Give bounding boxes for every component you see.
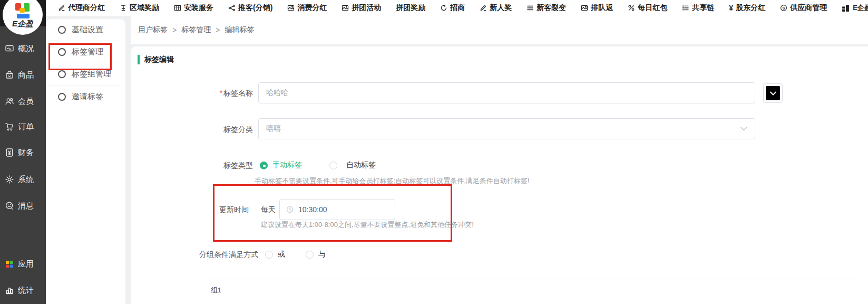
- breadcrumb-item-user-tags[interactable]: 用户标签: [138, 25, 168, 35]
- top-menu-label: 消费分红: [297, 3, 327, 13]
- top-menu-item-promoter[interactable]: 推客(分销): [228, 3, 272, 13]
- update-time-prefix: 每天: [261, 205, 276, 215]
- top-menu-label: 拼团活动: [352, 3, 381, 13]
- sidebar-item-label: 商品: [18, 70, 34, 80]
- group-title: 组1: [211, 286, 221, 295]
- sidebar-item-apps[interactable]: 应用: [0, 259, 46, 269]
- top-menu-item-eqy-service[interactable]: E企盈服务: [842, 3, 868, 13]
- top-menu-label: 供应商管理: [790, 3, 827, 13]
- overview-icon: [5, 44, 14, 53]
- recycle-icon: [440, 4, 447, 12]
- circle-bullet-icon: [58, 70, 66, 78]
- radio-or[interactable]: [265, 251, 273, 259]
- brand-logo[interactable]: E企盈: [3, 0, 43, 35]
- update-time-value: 10:30:00: [298, 205, 327, 214]
- top-menu-label: 推客(分销): [238, 3, 272, 13]
- sidebar-item-label: 应用: [18, 259, 34, 269]
- top-menu-item-share-chain[interactable]: 共享链: [682, 3, 714, 13]
- top-menu-item-region-reward[interactable]: 区域奖励: [120, 3, 159, 13]
- svg-text:S: S: [783, 6, 785, 11]
- top-menu-label: E企盈服务: [853, 3, 868, 13]
- top-menu-label: 共享链: [692, 3, 714, 13]
- radio-or-label[interactable]: 或: [278, 250, 285, 259]
- top-menu-label: 股东分红: [736, 3, 765, 13]
- update-time-input[interactable]: 10:30:00: [279, 199, 395, 220]
- top-menu-item-new-customer[interactable]: 新客裂变: [526, 3, 566, 13]
- top-menu-item-queue-return[interactable]: 排队返: [581, 3, 613, 13]
- tag-name-input[interactable]: [258, 82, 755, 103]
- top-menu-label: 区域奖励: [130, 3, 159, 13]
- goods-icon: [5, 70, 14, 80]
- radio-and-label[interactable]: 与: [318, 250, 326, 259]
- sub-sidebar-item-invite-tags[interactable]: 邀请标签: [46, 86, 121, 108]
- sub-sidebar-item-basic-settings[interactable]: 基础设置: [46, 19, 121, 41]
- breadcrumb-item-edit-tag: 编辑标签: [225, 25, 254, 35]
- sub-sidebar-label: 标签组管理: [72, 69, 111, 79]
- sidebar-item-system[interactable]: 系统: [0, 174, 46, 185]
- radio-manual-tag[interactable]: [260, 162, 268, 169]
- sidebar-item-overview[interactable]: 概况: [0, 43, 46, 54]
- section-accent-bar: [138, 55, 140, 64]
- signature-pen-icon: [480, 4, 487, 12]
- required-mark: *: [220, 89, 222, 97]
- system-gear-icon: [5, 175, 14, 184]
- radio-manual-tag-label[interactable]: 手动标签: [272, 160, 302, 170]
- sidebar-item-label: 概况: [18, 44, 34, 54]
- sidebar-item-goods[interactable]: 商品: [0, 70, 46, 80]
- update-time-help-text: 建议设置在每天1:00-8:00之间,尽量不要设置整点,避免和其他任务冲突!: [261, 220, 474, 230]
- chevron-down-icon: [770, 91, 776, 96]
- breadcrumb-separator: >: [172, 26, 177, 34]
- top-menu-label: 每日红包: [638, 3, 667, 13]
- sidebar-item-orders[interactable]: 订单: [0, 121, 46, 132]
- sidebar-item-finance[interactable]: 财务: [0, 147, 46, 158]
- image-icon: [342, 4, 349, 12]
- top-menu-item-shareholder-bonus[interactable]: ¥ 股东分红: [729, 3, 765, 13]
- sub-sidebar-label: 标签管理: [72, 47, 103, 57]
- tag-category-value: 嘻嘻: [266, 124, 281, 134]
- top-menu-item-newcomer-award[interactable]: 新人奖: [480, 3, 512, 13]
- messages-icon: [5, 201, 14, 211]
- dropdown-black-button[interactable]: [766, 86, 780, 100]
- top-menu-item-group-reward[interactable]: 拼团奖励: [396, 3, 425, 13]
- sidebar-item-stats[interactable]: 统计: [0, 285, 46, 296]
- circle-bullet-icon: [58, 93, 66, 101]
- dashboard-bars-icon: [842, 4, 850, 12]
- breadcrumb: 用户标签 > 标签管理 > 编辑标签: [131, 16, 868, 44]
- tag-type-radio-group: 手动标签 自动标签: [260, 160, 376, 170]
- sidebar-item-label: 系统: [18, 175, 34, 185]
- sidebar-item-members[interactable]: 会员: [0, 96, 46, 107]
- breadcrumb-separator: >: [216, 26, 220, 34]
- group-mode-label: 分组条件满足方式: [179, 250, 258, 260]
- sub-sidebar-item-tag-group-management[interactable]: 标签组管理: [46, 63, 121, 86]
- top-menu-item-daily-redpacket[interactable]: 每日红包: [628, 3, 667, 13]
- top-menu-item-agent-bonus[interactable]: 代理商分红: [58, 3, 105, 13]
- breadcrumb-item-tag-management[interactable]: 标签管理: [181, 25, 211, 35]
- sidebar-item-messages[interactable]: 消息: [0, 201, 46, 211]
- stats-chart-icon: [5, 286, 14, 295]
- signature-pen-icon: [58, 4, 65, 12]
- orders-icon: [5, 122, 14, 131]
- trophy-icon: [120, 4, 127, 12]
- chevron-down-icon: [740, 127, 747, 131]
- s-circle-icon: S: [780, 4, 787, 12]
- brand-logo-text: E企盈: [3, 19, 43, 29]
- image-icon: [581, 4, 588, 12]
- clock-icon: [286, 206, 294, 213]
- sub-sidebar-label: 邀请标签: [72, 92, 103, 102]
- top-menu-item-supplier-mgmt[interactable]: S 供应商管理: [780, 3, 827, 13]
- top-menu-item-investment[interactable]: 招商: [440, 3, 465, 13]
- radio-auto-tag-label[interactable]: 自动标签: [346, 160, 376, 170]
- share-icon: [228, 4, 236, 12]
- brand-logo-icon: [14, 3, 31, 19]
- top-menu-item-group-activity[interactable]: 拼团活动: [342, 3, 381, 13]
- tag-name-dropdown-button[interactable]: [763, 83, 783, 103]
- radio-auto-tag[interactable]: [329, 162, 337, 169]
- radio-and[interactable]: [306, 251, 314, 259]
- sub-sidebar-item-tag-management[interactable]: 标签管理: [46, 41, 121, 63]
- top-menu-item-install-service[interactable]: 安装服务: [174, 3, 213, 13]
- top-menu-label: 排队返: [591, 3, 613, 13]
- apps-icon: [5, 259, 14, 269]
- top-menu-item-consume-bonus[interactable]: 消费分红: [287, 3, 327, 13]
- tag-category-select[interactable]: 嘻嘻: [258, 118, 755, 139]
- group-section-divider: [210, 279, 856, 279]
